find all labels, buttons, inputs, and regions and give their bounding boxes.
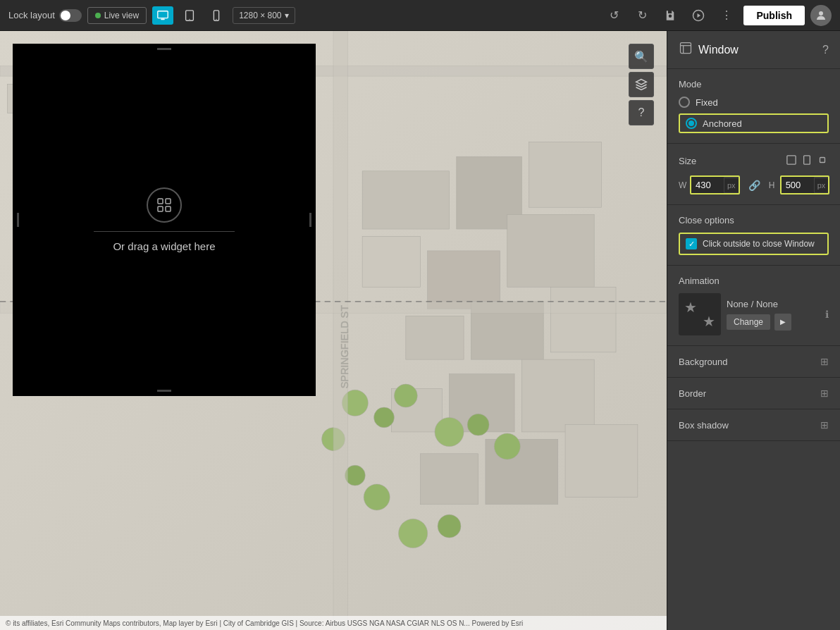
width-unit: px xyxy=(724,178,739,192)
user-avatar[interactable] xyxy=(810,5,832,26)
animation-buttons: Change ▶ xyxy=(727,314,820,331)
svg-point-42 xyxy=(438,514,461,538)
svg-rect-31 xyxy=(565,425,638,498)
panel-title: Window xyxy=(698,44,822,56)
animation-section: Animation ★ ★ None / None Change ▶ ℹ xyxy=(667,266,840,346)
size-section: Size xyxy=(667,144,840,205)
lock-layout-label: Lock layout xyxy=(8,10,55,20)
svg-rect-47 xyxy=(158,199,163,204)
more-options-button[interactable]: ⋮ xyxy=(715,4,738,27)
svg-point-3 xyxy=(189,18,190,19)
map-toolbar: 🔍 ? xyxy=(629,44,654,125)
animation-change-button[interactable]: Change xyxy=(727,314,770,330)
map-attribution: © its affiliates, Esri Community Maps co… xyxy=(0,616,667,630)
main-area: SPRINGFIELD ST Or drag a widget here xyxy=(0,31,840,630)
link-dimensions-icon[interactable]: 🔗 xyxy=(746,180,763,191)
box-shadow-section[interactable]: Box shadow ⊞ xyxy=(667,409,840,441)
publish-label: Publish xyxy=(756,10,792,21)
mode-fixed-label: Fixed xyxy=(696,97,718,108)
svg-rect-55 xyxy=(804,156,810,164)
mode-label: Mode xyxy=(679,79,829,89)
size-icon-3[interactable] xyxy=(816,154,829,168)
animation-play-button[interactable]: ▶ xyxy=(774,314,791,331)
resolution-label: 1280 × 800 xyxy=(239,11,281,20)
svg-point-33 xyxy=(374,407,395,428)
size-icon-2[interactable] xyxy=(801,154,813,168)
svg-point-36 xyxy=(467,414,489,436)
publish-button[interactable]: Publish xyxy=(743,6,805,25)
animation-value: None / None xyxy=(727,299,820,309)
size-icon-1[interactable] xyxy=(785,154,798,168)
save-icon xyxy=(664,9,677,22)
background-expand-icons: ⊞ xyxy=(820,356,829,367)
map-help-button[interactable]: ? xyxy=(629,100,654,125)
svg-point-35 xyxy=(435,417,464,446)
animation-preview: ★ ★ xyxy=(679,293,721,335)
mobile-device-button[interactable] xyxy=(206,6,227,25)
help-icon[interactable]: ? xyxy=(822,44,829,56)
toolbar: Lock layout Live view 1280 × 800 ▾ ↺ ↻ xyxy=(0,0,840,31)
attribution-text: © its affiliates, Esri Community Maps co… xyxy=(6,619,523,627)
box-shadow-expand-icons: ⊞ xyxy=(820,419,829,431)
mode-anchored-option[interactable]: Anchored xyxy=(679,113,829,133)
anim-star-top-left: ★ xyxy=(684,299,697,316)
mobile-icon xyxy=(210,9,223,22)
widget-panel[interactable]: Or drag a widget here xyxy=(13,44,316,396)
background-section[interactable]: Background ⊞ xyxy=(667,346,840,378)
svg-rect-29 xyxy=(420,454,478,505)
widget-grid-icon xyxy=(156,197,173,214)
drag-handle-top xyxy=(157,48,171,50)
svg-rect-54 xyxy=(787,156,796,164)
undo-button[interactable]: ↺ xyxy=(603,4,625,27)
layers-icon xyxy=(635,78,648,91)
svg-marker-7 xyxy=(698,13,701,18)
map-layers-button[interactable] xyxy=(629,72,654,97)
save-button[interactable] xyxy=(659,4,681,27)
svg-rect-19 xyxy=(529,142,602,208)
border-expand-icons: ⊞ xyxy=(820,388,829,399)
drag-handle-bottom xyxy=(157,390,171,392)
mode-fixed-option[interactable]: Fixed xyxy=(679,97,829,108)
live-view-button[interactable]: Live view xyxy=(87,7,147,24)
tablet-device-button[interactable] xyxy=(179,6,200,25)
svg-rect-20 xyxy=(362,236,420,287)
live-view-label: Live view xyxy=(104,11,139,20)
svg-point-5 xyxy=(216,18,216,19)
window-svg-icon xyxy=(679,41,693,55)
size-mode-icon-1 xyxy=(786,155,796,165)
svg-rect-22 xyxy=(507,214,594,287)
map-search-button[interactable]: 🔍 xyxy=(629,44,654,69)
width-input[interactable] xyxy=(691,177,724,193)
width-input-wrapper: px xyxy=(690,175,740,194)
svg-rect-51 xyxy=(681,43,691,54)
lock-layout-toggle[interactable] xyxy=(59,9,82,22)
width-dim-label: W xyxy=(679,180,687,190)
redo-button[interactable]: ↻ xyxy=(631,4,653,27)
svg-rect-56 xyxy=(820,158,825,163)
svg-point-40 xyxy=(364,484,390,510)
animation-row: ★ ★ None / None Change ▶ ℹ xyxy=(679,293,829,335)
svg-rect-28 xyxy=(521,359,594,432)
svg-rect-25 xyxy=(550,287,616,352)
border-section[interactable]: Border ⊞ xyxy=(667,378,840,409)
mode-fixed-radio[interactable] xyxy=(679,97,690,108)
close-checkbox[interactable]: ✓ xyxy=(686,238,697,249)
svg-rect-23 xyxy=(406,316,464,359)
panel-header: Window ? xyxy=(667,31,840,69)
box-shadow-grid-icon: ⊞ xyxy=(820,419,829,431)
svg-rect-0 xyxy=(158,11,168,18)
animation-info-icon[interactable]: ℹ xyxy=(825,309,829,320)
preview-button[interactable] xyxy=(687,4,710,27)
mode-options: Fixed Anchored xyxy=(679,97,829,133)
size-label: Size xyxy=(679,156,785,166)
close-option-checkbox[interactable]: ✓ Click outside to close Window xyxy=(679,233,829,255)
tablet-icon xyxy=(183,9,196,22)
window-icon xyxy=(679,41,693,58)
desktop-device-button[interactable] xyxy=(152,6,173,25)
size-mode-icon-3 xyxy=(817,155,827,165)
size-mode-icon-2 xyxy=(802,155,812,165)
resolution-button[interactable]: 1280 × 800 ▾ xyxy=(233,7,295,24)
mode-anchored-radio[interactable] xyxy=(686,118,697,129)
map-canvas[interactable]: SPRINGFIELD ST Or drag a widget here xyxy=(0,31,667,630)
height-input[interactable] xyxy=(782,177,814,193)
